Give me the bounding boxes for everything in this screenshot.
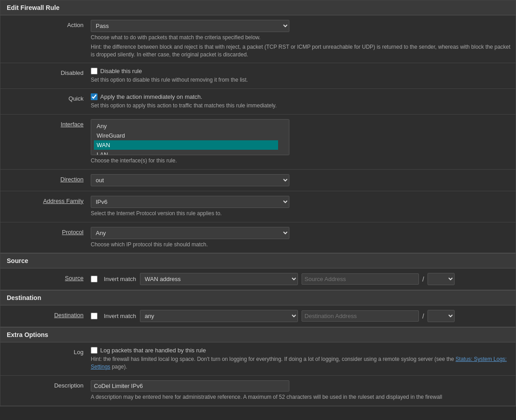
disabled-checkbox-label: Disable this rule <box>100 68 142 74</box>
source-type-select[interactable]: any Single host or alias Network WAN add… <box>140 273 298 285</box>
disabled-row: Disabled Disable this rule Set this opti… <box>0 63 516 89</box>
quick-content: Apply the action immediately on match. S… <box>91 93 516 110</box>
disabled-label: Disabled <box>0 68 91 76</box>
action-row: Action Pass Block Reject Choose what to … <box>0 15 516 63</box>
address-family-label: Address Family <box>0 196 91 204</box>
protocol-help: Choose which IP protocol this rule shoul… <box>91 241 511 249</box>
disabled-checkbox-row: Disable this rule <box>91 68 511 74</box>
description-input[interactable] <box>91 380 289 392</box>
log-label: Log <box>0 347 91 355</box>
interface-row: Interface Any WireGuard WAN LAN Choose t… <box>0 115 516 170</box>
source-slash: / <box>423 276 424 283</box>
description-help: A description may be entered here for ad… <box>91 393 511 401</box>
protocol-select[interactable]: Any TCP UDP TCP/UDP ICMP ESP AH GRE IGMP… <box>91 227 289 239</box>
quick-row: Quick Apply the action immediately on ma… <box>0 89 516 115</box>
direction-select[interactable]: in out any <box>91 174 289 186</box>
source-invert-checkbox[interactable] <box>91 276 98 282</box>
description-row: Description A description may be entered… <box>0 376 516 406</box>
interface-content: Any WireGuard WAN LAN Choose the interfa… <box>91 119 516 165</box>
source-section-header: Source <box>0 253 516 268</box>
direction-content: in out any <box>91 174 516 186</box>
source-cidr-select[interactable] <box>428 273 455 285</box>
source-address-input[interactable] <box>302 273 419 285</box>
firewall-rule-panel: Edit Firewall Rule Action Pass Block Rej… <box>0 0 516 406</box>
source-controls: Invert match any Single host or alias Ne… <box>91 273 511 285</box>
address-family-content: IPv4 IPv6 IPv4+IPv6 Select the Internet … <box>91 196 516 217</box>
description-content: A description may be entered here for ad… <box>91 380 516 401</box>
destination-type-select[interactable]: any Single host or alias Network WAN add… <box>140 310 298 322</box>
address-family-help: Select the Internet Protocol version thi… <box>91 210 511 217</box>
log-content: Log packets that are handled by this rul… <box>91 347 516 371</box>
extra-options-section-header: Extra Options <box>0 327 516 342</box>
destination-invert-checkbox[interactable] <box>91 313 98 319</box>
quick-checkbox-label: Apply the action immediately on match. <box>100 93 202 100</box>
action-content: Pass Block Reject Choose what to do with… <box>91 20 516 58</box>
direction-label: Direction <box>0 174 91 183</box>
action-help1: Choose what to do with packets that matc… <box>91 34 511 42</box>
disabled-content: Disable this rule Set this option to dis… <box>91 68 516 84</box>
destination-label: Destination <box>0 310 91 318</box>
description-label: Description <box>0 380 91 389</box>
interface-help: Choose the interface(s) for this rule. <box>91 157 511 165</box>
protocol-content: Any TCP UDP TCP/UDP ICMP ESP AH GRE IGMP… <box>91 227 516 249</box>
destination-address-input[interactable] <box>302 310 419 322</box>
protocol-row: Protocol Any TCP UDP TCP/UDP ICMP ESP AH… <box>0 222 516 254</box>
destination-row: Destination Invert match any Single host… <box>0 305 516 327</box>
log-row: Log Log packets that are handled by this… <box>0 342 516 376</box>
log-checkbox-label: Log packets that are handled by this rul… <box>100 347 206 354</box>
quick-checkbox-row: Apply the action immediately on match. <box>91 93 511 100</box>
source-label: Source <box>0 273 91 282</box>
interface-select[interactable]: Any WireGuard WAN LAN <box>91 119 289 155</box>
action-select[interactable]: Pass Block Reject <box>91 20 289 32</box>
action-help2: Hint: the difference between block and r… <box>91 43 511 59</box>
destination-controls: Invert match any Single host or alias Ne… <box>91 310 511 322</box>
interface-label: Interface <box>0 119 91 128</box>
log-help: Hint: the firewall has limited local log… <box>91 355 511 371</box>
destination-content: Invert match any Single host or alias Ne… <box>91 310 516 322</box>
destination-section-header: Destination <box>0 290 516 305</box>
action-label: Action <box>0 20 91 28</box>
disabled-help: Set this option to disable this rule wit… <box>91 76 511 84</box>
direction-row: Direction in out any <box>0 170 516 191</box>
destination-slash: / <box>423 313 424 320</box>
address-family-row: Address Family IPv4 IPv6 IPv4+IPv6 Selec… <box>0 191 516 222</box>
address-family-select[interactable]: IPv4 IPv6 IPv4+IPv6 <box>91 196 289 208</box>
page-title: Edit Firewall Rule <box>7 4 60 11</box>
destination-invert-label: Invert match <box>104 313 136 319</box>
source-content: Invert match any Single host or alias Ne… <box>91 273 516 285</box>
source-invert-label: Invert match <box>104 276 136 282</box>
source-row: Source Invert match any Single host or a… <box>0 268 516 290</box>
protocol-label: Protocol <box>0 227 91 235</box>
destination-cidr-select[interactable] <box>428 310 455 322</box>
quick-checkbox[interactable] <box>91 93 98 100</box>
quick-label: Quick <box>0 93 91 102</box>
log-checkbox[interactable] <box>91 347 98 354</box>
disabled-checkbox[interactable] <box>91 68 98 74</box>
log-checkbox-row: Log packets that are handled by this rul… <box>91 347 511 354</box>
panel-title: Edit Firewall Rule <box>0 0 516 15</box>
quick-help: Set this option to apply this action to … <box>91 102 511 110</box>
